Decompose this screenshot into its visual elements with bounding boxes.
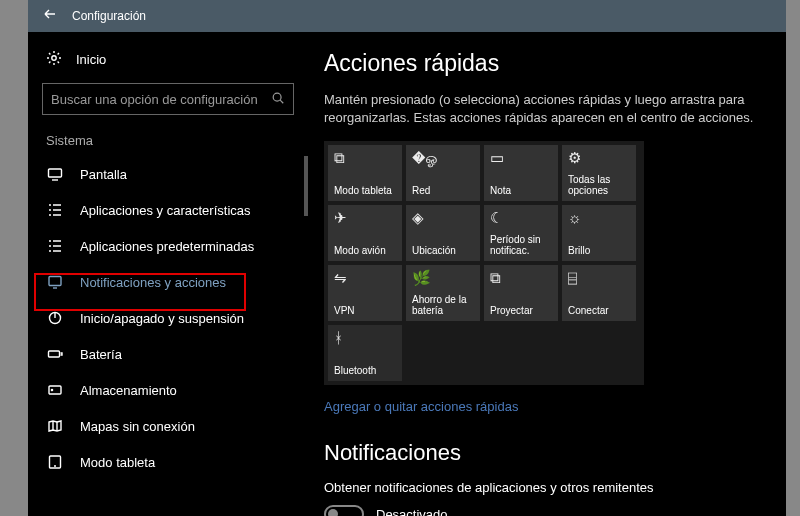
moon-icon: ☾ [490,210,552,227]
tile-bluetooth[interactable]: ᚼBluetooth [328,325,402,381]
gear-icon [46,50,62,69]
add-remove-link[interactable]: Agregar o quitar acciones rápidas [324,399,518,414]
page-description: Mantén presionado (o selecciona) accione… [324,91,766,127]
sidebar-item-pantalla[interactable]: Pantalla [28,156,308,192]
sidebar-item-label: Batería [80,347,122,362]
settings-icon: ⚙ [568,150,630,167]
sidebar-item-label: Aplicaciones predeterminadas [80,239,254,254]
window-title: Configuración [72,9,146,23]
titlebar: Configuración [28,0,786,32]
svg-rect-5 [49,351,60,357]
nav-list: Pantalla Aplicaciones y características … [28,156,308,480]
tile-todas-opciones[interactable]: ⚙Todas las opciones [562,145,636,201]
sidebar-group-label: Sistema [28,129,308,156]
sidebar-item-power[interactable]: Inicio/apagado y suspensión [28,300,308,336]
search-placeholder: Buscar una opción de configuración [51,92,258,107]
sidebar-item-label: Almacenamiento [80,383,177,398]
tile-proyectar[interactable]: ⧉Proyectar [484,265,558,321]
sidebar: Inicio Buscar una opción de configuració… [28,32,308,516]
back-button[interactable] [28,6,72,26]
sidebar-item-label: Pantalla [80,167,127,182]
battery-icon [46,346,64,362]
sidebar-item-notifications[interactable]: Notificaciones y acciones [28,264,308,300]
search-icon [271,91,285,108]
tablet-icon [46,454,64,470]
tile-battery-saver[interactable]: 🌿Ahorro de la batería [406,265,480,321]
sidebar-item-label: Mapas sin conexión [80,419,195,434]
airplane-icon: ✈ [334,210,396,227]
bluetooth-icon: ᚼ [334,330,396,347]
main-panel: Acciones rápidas Mantén presionado (o se… [308,32,786,516]
sidebar-item-label: Aplicaciones y características [80,203,251,218]
sidebar-item-label: Modo tableta [80,455,155,470]
tile-red[interactable]: �ஓRed [406,145,480,201]
svg-rect-2 [49,169,62,177]
tile-vpn[interactable]: ⇋VPN [328,265,402,321]
sidebar-item-tablet[interactable]: Modo tableta [28,444,308,480]
toggle-state: Desactivado [376,507,448,516]
sidebar-item-label: Inicio/apagado y suspensión [80,311,244,326]
tile-nota[interactable]: ▭Nota [484,145,558,201]
section-heading-notifications: Notificaciones [324,440,766,466]
sidebar-item-apps[interactable]: Aplicaciones y características [28,192,308,228]
svg-point-1 [273,93,281,101]
setting-label: Obtener notificaciones de aplicaciones y… [324,480,766,495]
wifi-icon: �ஓ [412,150,474,167]
settings-window: Configuración Inicio Buscar una opción d… [28,0,786,516]
page-heading: Acciones rápidas [324,50,766,77]
note-icon: ▭ [490,150,552,167]
vpn-icon: ⇋ [334,270,396,287]
tile-modo-avion[interactable]: ✈Modo avión [328,205,402,261]
map-icon [46,418,64,434]
sidebar-item-label: Notificaciones y acciones [80,275,226,290]
tile-quiet-hours[interactable]: ☾Período sin notificac. [484,205,558,261]
location-icon: ◈ [412,210,474,227]
default-apps-icon [46,238,64,254]
sidebar-item-storage[interactable]: Almacenamiento [28,372,308,408]
sidebar-item-battery[interactable]: Batería [28,336,308,372]
tile-ubicacion[interactable]: ◈Ubicación [406,205,480,261]
battery-saver-icon: 🌿 [412,270,474,287]
sidebar-item-maps[interactable]: Mapas sin conexión [28,408,308,444]
tile-modo-tableta[interactable]: ⧉Modo tableta [328,145,402,201]
connect-icon: ⌸ [568,270,630,287]
project-icon: ⧉ [490,270,552,287]
svg-rect-3 [49,277,61,286]
notifications-icon [46,274,64,290]
storage-icon [46,382,64,398]
tile-conectar[interactable]: ⌸Conectar [562,265,636,321]
svg-point-0 [52,56,56,60]
list-icon [46,202,64,218]
tablet-mode-icon: ⧉ [334,150,396,167]
monitor-icon [46,166,64,182]
quick-actions-grid: ⧉Modo tableta �ஓRed ▭Nota ⚙Todas las opc… [324,141,644,385]
sidebar-home[interactable]: Inicio [28,44,308,79]
sidebar-home-label: Inicio [76,52,106,67]
tile-brillo[interactable]: ☼Brillo [562,205,636,261]
brightness-icon: ☼ [568,210,630,227]
search-input[interactable]: Buscar una opción de configuración [42,83,294,115]
power-icon [46,310,64,326]
svg-point-7 [51,389,52,390]
sidebar-item-default-apps[interactable]: Aplicaciones predeterminadas [28,228,308,264]
notifications-toggle[interactable] [324,505,364,516]
